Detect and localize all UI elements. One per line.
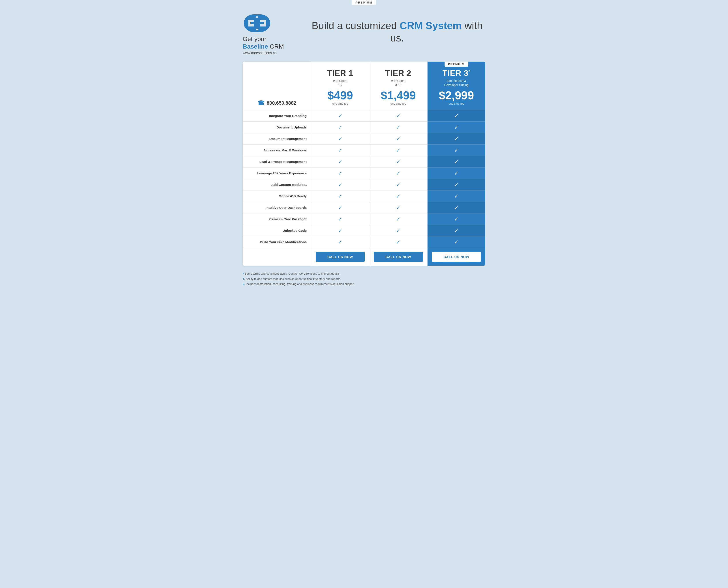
checkmark-icon: ✓ <box>454 113 459 119</box>
checkmark-icon: ✓ <box>454 182 459 188</box>
checkmark-icon: ✓ <box>454 147 459 153</box>
footnote-marker: 2. <box>243 282 245 286</box>
tier-fee: one time fee <box>332 102 348 105</box>
checkmark-icon: ✓ <box>338 147 343 153</box>
tier-header-tier2: TIER 2 # of Users3-10 $1,499 one time fe… <box>369 62 427 110</box>
cta-row-tier1: CALL US NOW <box>311 248 369 266</box>
feature-rows: Integrate Your BrandingDocument UploadsD… <box>243 110 311 248</box>
check-row: ✓ <box>427 110 485 122</box>
tier-users: Site License &Developer Pricing <box>444 79 469 87</box>
checkmark-icon: ✓ <box>396 205 400 211</box>
check-row: ✓ <box>369 190 427 202</box>
checkmark-icon: ✓ <box>454 228 459 234</box>
checkmark-icon: ✓ <box>396 193 400 199</box>
footnote: 2. Includes installation, consulting, tr… <box>243 281 485 287</box>
pricing-table: ☎ 800.650.8882 Integrate Your BrandingDo… <box>243 62 485 266</box>
footnote: * Some terms and conditions apply. Conta… <box>243 271 485 276</box>
feature-row: Document Management <box>243 133 311 145</box>
tier-users: # of Users3-10 <box>391 79 405 87</box>
check-row: ✓ <box>311 168 369 179</box>
check-row: ✓ <box>369 213 427 225</box>
checkmark-icon: ✓ <box>454 216 459 222</box>
header: Get your Baseline CRM www.coresolutions.… <box>243 9 485 55</box>
check-row: ✓ <box>369 110 427 122</box>
checkmark-icon: ✓ <box>338 136 343 142</box>
website-url: www.coresolutions.ca <box>243 51 284 55</box>
cta-button-tier1[interactable]: CALL US NOW <box>316 252 365 262</box>
check-row: ✓ <box>427 122 485 133</box>
check-row: ✓ <box>311 156 369 168</box>
checkmark-icon: ✓ <box>396 216 400 222</box>
feature-row: Premium Care Package 2 <box>243 213 311 225</box>
feature-row: Mobile iOS Ready <box>243 190 311 202</box>
checkmark-icon: ✓ <box>454 170 459 176</box>
checkmark-icon: ✓ <box>396 170 400 176</box>
features-column: ☎ 800.650.8882 Integrate Your BrandingDo… <box>243 62 311 266</box>
check-row: ✓ <box>427 156 485 168</box>
footnote: 1. Ability to add custom modules such as… <box>243 276 485 281</box>
check-row: ✓ <box>311 190 369 202</box>
footnote-marker: * <box>243 272 244 275</box>
check-row: ✓ <box>311 110 369 122</box>
tier-fee: one time fee <box>391 102 406 105</box>
tier-column-tier3: PREMIUM PREMIUM TIER 3* Site License &De… <box>427 62 485 266</box>
premium-badge: PREMIUM <box>352 0 376 5</box>
tier-price: $1,499 <box>381 90 416 101</box>
tier-name: TIER 2 <box>385 69 411 78</box>
checkmark-icon: ✓ <box>338 124 343 130</box>
check-row: ✓ <box>427 145 485 156</box>
footnotes: * Some terms and conditions apply. Conta… <box>243 271 485 287</box>
checkmark-icon: ✓ <box>454 124 459 130</box>
check-row: ✓ <box>427 225 485 236</box>
checkmark-icon: ✓ <box>338 113 343 119</box>
tier-columns: TIER 1 # of Users1-2 $499 one time fee ✓… <box>311 62 485 266</box>
checkmark-icon: ✓ <box>454 159 459 165</box>
check-row: ✓ <box>369 236 427 248</box>
check-row: ✓ <box>427 202 485 213</box>
svg-rect-1 <box>255 18 260 29</box>
checkmark-icon: ✓ <box>396 136 400 142</box>
checkmark-icon: ✓ <box>396 147 400 153</box>
check-row: ✓ <box>311 122 369 133</box>
tier-price: $2,999 <box>439 90 474 101</box>
checkmark-icon: ✓ <box>396 239 400 245</box>
cta-row-tier3: CALL US NOW <box>427 248 485 266</box>
checkmark-icon: ✓ <box>454 193 459 199</box>
check-row: ✓ <box>369 145 427 156</box>
phone-row: ☎ 800.650.8882 <box>247 100 307 106</box>
headline: Build a customized CRM System with us. <box>305 20 485 44</box>
check-row: ✓ <box>369 133 427 145</box>
check-row: ✓ <box>369 156 427 168</box>
cta-row-tier2: CALL US NOW <box>369 248 427 266</box>
check-row: ✓ <box>427 236 485 248</box>
feature-row: Add Custom Modules 1 <box>243 179 311 190</box>
tier-header-tier3: PREMIUM TIER 3* Site License &Developer … <box>427 62 485 110</box>
checkmark-icon: ✓ <box>338 182 343 188</box>
cta-button-tier3[interactable]: CALL US NOW <box>432 252 481 262</box>
tier-name: TIER 3* <box>442 69 470 78</box>
checkmark-icon: ✓ <box>338 228 343 234</box>
premium-badge: PREMIUM <box>444 62 468 67</box>
checkmark-icon: ✓ <box>338 193 343 199</box>
check-row: ✓ <box>311 225 369 236</box>
cta-button-tier2[interactable]: CALL US NOW <box>374 252 423 262</box>
feature-row: Lead & Prospect Management <box>243 156 311 168</box>
check-row: ✓ <box>311 179 369 190</box>
tier-column-tier1: TIER 1 # of Users1-2 $499 one time fee ✓… <box>311 62 369 266</box>
feature-row: Unlocked Code <box>243 225 311 236</box>
check-row: ✓ <box>369 225 427 236</box>
phone-icon: ☎ <box>258 100 265 106</box>
feature-row: Leverage 25+ Years Experience <box>243 168 311 179</box>
get-your-text: Get your Baseline CRM <box>243 35 284 50</box>
checkmark-icon: ✓ <box>454 136 459 142</box>
tier-price: $499 <box>327 90 353 101</box>
feature-row: Access via Mac & Windows <box>243 145 311 156</box>
check-row: ✓ <box>369 168 427 179</box>
phone-number: 800.650.8882 <box>267 100 296 106</box>
check-row: ✓ <box>369 202 427 213</box>
check-row: ✓ <box>369 122 427 133</box>
check-row: ✓ <box>311 236 369 248</box>
logo-icon <box>243 9 271 33</box>
check-row: ✓ <box>427 133 485 145</box>
check-row: ✓ <box>427 213 485 225</box>
